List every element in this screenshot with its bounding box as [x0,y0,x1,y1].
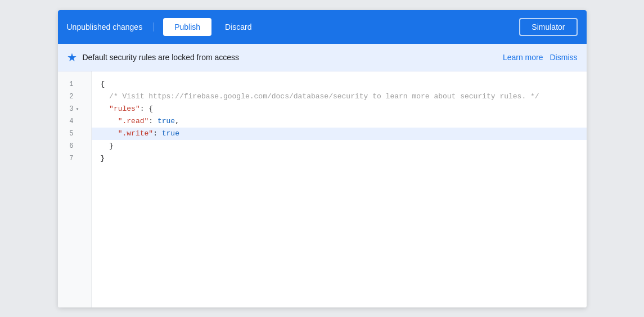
simulator-button[interactable]: Simulator [519,18,577,36]
line-number-row: 6 [58,140,91,152]
line-number-row: 7 [58,152,91,165]
code-line-3: "rules": { [92,103,587,115]
line-number-row: 1 [58,78,91,90]
banner-text: Default security rules are locked from a… [83,53,503,62]
line-number-row: 4 [58,115,91,128]
unpublished-label: Unpublished changes [67,22,155,31]
code-content[interactable]: { /* Visit https://firebase.google.com/d… [92,71,587,307]
star-icon: ★ [67,51,77,64]
code-line-5: ".write": true [92,128,587,140]
learn-more-button[interactable]: Learn more [503,53,543,62]
dismiss-button[interactable]: Dismiss [550,53,578,62]
code-line-7: } [92,152,587,165]
line-number-row: 3 ▾ [58,103,91,115]
code-line-1: { [92,78,587,90]
editor-container: Unpublished changes Publish Discard Simu… [58,10,587,307]
publish-button[interactable]: Publish [163,18,211,36]
code-line-4: ".read": true, [92,115,587,128]
line-number-row: 2 [58,90,91,103]
code-editor[interactable]: 1 2 3 ▾ 4 5 6 7 [58,71,587,307]
line-number-row: 5 [58,128,91,140]
code-line-6: } [92,140,587,152]
toolbar: Unpublished changes Publish Discard Simu… [58,10,587,44]
discard-button[interactable]: Discard [216,18,260,36]
line-numbers: 1 2 3 ▾ 4 5 6 7 [58,71,92,307]
security-banner: ★ Default security rules are locked from… [58,44,587,71]
code-line-2: /* Visit https://firebase.google.com/doc… [92,90,587,103]
